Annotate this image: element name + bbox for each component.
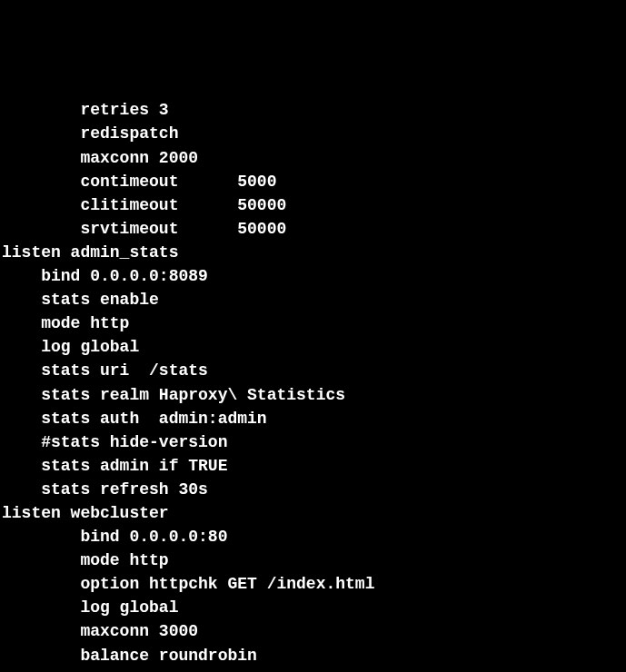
config-line: server web01 192.168.80.102:80 check int… [2, 667, 624, 672]
config-line: log global [2, 596, 624, 619]
terminal-viewport[interactable]: retries 3 redispatch maxconn 2000 contim… [2, 98, 624, 672]
config-line: log global [2, 335, 624, 359]
config-line: #stats hide-version [2, 430, 624, 454]
config-line: stats refresh 30s [2, 478, 624, 501]
config-line: balance roundrobin [2, 644, 624, 667]
config-line: srvtimeout 50000 [2, 217, 624, 241]
config-line: stats realm Haproxy\ Statistics [2, 383, 624, 407]
config-line: listen admin_stats [2, 241, 624, 264]
config-line: bind 0.0.0.0:8089 [2, 264, 624, 288]
config-line: maxconn 2000 [2, 146, 624, 170]
config-line: contimeout 5000 [2, 170, 624, 193]
config-line: stats enable [2, 288, 624, 311]
config-line: retries 3 [2, 98, 624, 122]
config-line: clitimeout 50000 [2, 193, 624, 217]
config-line: bind 0.0.0.0:80 [2, 525, 624, 548]
config-line: listen webcluster [2, 501, 624, 525]
config-line: stats auth admin:admin [2, 407, 624, 430]
config-line: mode http [2, 548, 624, 572]
config-line: stats uri /stats [2, 359, 624, 382]
config-line: mode http [2, 311, 624, 335]
config-line: redispatch [2, 122, 624, 145]
config-line: option httpchk GET /index.html [2, 572, 624, 596]
config-line: maxconn 3000 [2, 619, 624, 643]
config-line: stats admin if TRUE [2, 454, 624, 478]
